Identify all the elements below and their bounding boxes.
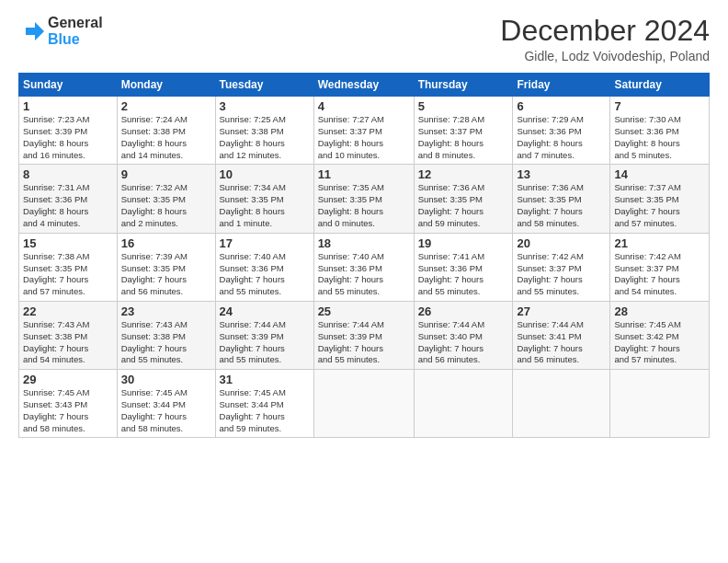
- day-info: Sunrise: 7:34 AM Sunset: 3:35 PM Dayligh…: [220, 182, 310, 229]
- day-info: Sunrise: 7:24 AM Sunset: 3:38 PM Dayligh…: [121, 114, 211, 161]
- calendar-cell: 4Sunrise: 7:27 AM Sunset: 3:37 PM Daylig…: [313, 97, 414, 165]
- calendar-cell: 22Sunrise: 7:43 AM Sunset: 3:38 PM Dayli…: [19, 301, 118, 369]
- day-info: Sunrise: 7:36 AM Sunset: 3:35 PM Dayligh…: [418, 182, 509, 229]
- day-info: Sunrise: 7:45 AM Sunset: 3:43 PM Dayligh…: [23, 387, 113, 434]
- day-info: Sunrise: 7:43 AM Sunset: 3:38 PM Dayligh…: [23, 319, 113, 366]
- calendar-cell: 15Sunrise: 7:38 AM Sunset: 3:35 PM Dayli…: [19, 233, 118, 301]
- day-number: 31: [220, 373, 310, 386]
- calendar-table: SundayMondayTuesdayWednesdayThursdayFrid…: [18, 73, 710, 438]
- day-number: 22: [23, 304, 113, 318]
- calendar-cell: 30Sunrise: 7:45 AM Sunset: 3:44 PM Dayli…: [117, 370, 215, 438]
- title-block: December 2024 Gidle, Lodz Voivodeship, P…: [500, 15, 710, 63]
- day-info: Sunrise: 7:28 AM Sunset: 3:37 PM Dayligh…: [418, 114, 509, 161]
- calendar-cell: [414, 370, 513, 438]
- day-info: Sunrise: 7:30 AM Sunset: 3:36 PM Dayligh…: [614, 114, 705, 161]
- calendar-cell: 3Sunrise: 7:25 AM Sunset: 3:38 PM Daylig…: [215, 97, 313, 165]
- header: General Blue December 2024 Gidle, Lodz V…: [18, 15, 710, 63]
- calendar-cell: [513, 370, 610, 438]
- calendar-cell: 14Sunrise: 7:37 AM Sunset: 3:35 PM Dayli…: [610, 165, 710, 233]
- day-number: 29: [23, 373, 113, 386]
- day-number: 1: [23, 99, 113, 113]
- calendar-week-4: 22Sunrise: 7:43 AM Sunset: 3:38 PM Dayli…: [19, 301, 710, 369]
- day-number: 12: [418, 167, 509, 181]
- day-number: 10: [220, 167, 310, 181]
- svg-marker-1: [26, 22, 44, 40]
- calendar-cell: 29Sunrise: 7:45 AM Sunset: 3:43 PM Dayli…: [19, 370, 118, 438]
- day-info: Sunrise: 7:31 AM Sunset: 3:36 PM Dayligh…: [23, 182, 113, 229]
- day-info: Sunrise: 7:43 AM Sunset: 3:38 PM Dayligh…: [121, 319, 211, 366]
- calendar-cell: 18Sunrise: 7:40 AM Sunset: 3:36 PM Dayli…: [313, 233, 414, 301]
- calendar-cell: 12Sunrise: 7:36 AM Sunset: 3:35 PM Dayli…: [414, 165, 513, 233]
- day-number: 30: [121, 373, 211, 386]
- calendar-header-row: SundayMondayTuesdayWednesdayThursdayFrid…: [19, 74, 710, 97]
- calendar-cell: 25Sunrise: 7:44 AM Sunset: 3:39 PM Dayli…: [313, 301, 414, 369]
- day-number: 21: [614, 236, 705, 250]
- calendar-week-3: 15Sunrise: 7:38 AM Sunset: 3:35 PM Dayli…: [19, 233, 710, 301]
- day-number: 28: [614, 304, 705, 318]
- day-number: 5: [418, 99, 509, 113]
- calendar-cell: 23Sunrise: 7:43 AM Sunset: 3:38 PM Dayli…: [117, 301, 215, 369]
- day-number: 27: [517, 304, 606, 318]
- calendar-cell: 11Sunrise: 7:35 AM Sunset: 3:35 PM Dayli…: [313, 165, 414, 233]
- day-number: 17: [220, 236, 310, 250]
- main-title: December 2024: [500, 15, 710, 47]
- day-number: 3: [220, 99, 310, 113]
- day-number: 2: [121, 99, 211, 113]
- logo-icon: [18, 18, 44, 44]
- calendar-cell: 9Sunrise: 7:32 AM Sunset: 3:35 PM Daylig…: [117, 165, 215, 233]
- calendar-header-saturday: Saturday: [610, 74, 710, 97]
- day-number: 20: [517, 236, 606, 250]
- calendar-cell: 6Sunrise: 7:29 AM Sunset: 3:36 PM Daylig…: [513, 97, 610, 165]
- calendar-cell: 2Sunrise: 7:24 AM Sunset: 3:38 PM Daylig…: [117, 97, 215, 165]
- day-number: 25: [318, 304, 410, 318]
- day-info: Sunrise: 7:38 AM Sunset: 3:35 PM Dayligh…: [23, 251, 113, 298]
- day-info: Sunrise: 7:32 AM Sunset: 3:35 PM Dayligh…: [121, 182, 211, 229]
- day-info: Sunrise: 7:40 AM Sunset: 3:36 PM Dayligh…: [220, 251, 310, 298]
- day-number: 18: [318, 236, 410, 250]
- day-info: Sunrise: 7:45 AM Sunset: 3:44 PM Dayligh…: [220, 387, 310, 434]
- day-number: 13: [517, 167, 606, 181]
- day-info: Sunrise: 7:36 AM Sunset: 3:35 PM Dayligh…: [517, 182, 606, 229]
- calendar-cell: 13Sunrise: 7:36 AM Sunset: 3:35 PM Dayli…: [513, 165, 610, 233]
- calendar-header-tuesday: Tuesday: [215, 74, 313, 97]
- day-info: Sunrise: 7:23 AM Sunset: 3:39 PM Dayligh…: [23, 114, 113, 161]
- calendar-cell: 28Sunrise: 7:45 AM Sunset: 3:42 PM Dayli…: [610, 301, 710, 369]
- calendar-cell: [610, 370, 710, 438]
- day-number: 16: [121, 236, 211, 250]
- day-info: Sunrise: 7:44 AM Sunset: 3:39 PM Dayligh…: [220, 319, 310, 366]
- calendar-cell: 1Sunrise: 7:23 AM Sunset: 3:39 PM Daylig…: [19, 97, 118, 165]
- calendar-header-sunday: Sunday: [19, 74, 118, 97]
- calendar-cell: 8Sunrise: 7:31 AM Sunset: 3:36 PM Daylig…: [19, 165, 118, 233]
- calendar-cell: 5Sunrise: 7:28 AM Sunset: 3:37 PM Daylig…: [414, 97, 513, 165]
- day-number: 8: [23, 167, 113, 181]
- calendar-week-1: 1Sunrise: 7:23 AM Sunset: 3:39 PM Daylig…: [19, 97, 710, 165]
- day-info: Sunrise: 7:35 AM Sunset: 3:35 PM Dayligh…: [318, 182, 410, 229]
- calendar-cell: 17Sunrise: 7:40 AM Sunset: 3:36 PM Dayli…: [215, 233, 313, 301]
- day-info: Sunrise: 7:44 AM Sunset: 3:40 PM Dayligh…: [418, 319, 509, 366]
- calendar-cell: 20Sunrise: 7:42 AM Sunset: 3:37 PM Dayli…: [513, 233, 610, 301]
- calendar-cell: 21Sunrise: 7:42 AM Sunset: 3:37 PM Dayli…: [610, 233, 710, 301]
- calendar-cell: 27Sunrise: 7:44 AM Sunset: 3:41 PM Dayli…: [513, 301, 610, 369]
- day-number: 24: [220, 304, 310, 318]
- calendar-cell: 31Sunrise: 7:45 AM Sunset: 3:44 PM Dayli…: [215, 370, 313, 438]
- day-number: 26: [418, 304, 509, 318]
- day-info: Sunrise: 7:44 AM Sunset: 3:41 PM Dayligh…: [517, 319, 606, 366]
- calendar-header-monday: Monday: [117, 74, 215, 97]
- day-info: Sunrise: 7:45 AM Sunset: 3:44 PM Dayligh…: [121, 387, 211, 434]
- page: General Blue December 2024 Gidle, Lodz V…: [0, 0, 728, 563]
- day-info: Sunrise: 7:27 AM Sunset: 3:37 PM Dayligh…: [318, 114, 410, 161]
- day-info: Sunrise: 7:39 AM Sunset: 3:35 PM Dayligh…: [121, 251, 211, 298]
- calendar-week-5: 29Sunrise: 7:45 AM Sunset: 3:43 PM Dayli…: [19, 370, 710, 438]
- day-number: 23: [121, 304, 211, 318]
- calendar-cell: [313, 370, 414, 438]
- calendar-cell: 26Sunrise: 7:44 AM Sunset: 3:40 PM Dayli…: [414, 301, 513, 369]
- day-number: 14: [614, 167, 705, 181]
- day-number: 9: [121, 167, 211, 181]
- day-number: 4: [318, 99, 410, 113]
- calendar-cell: 7Sunrise: 7:30 AM Sunset: 3:36 PM Daylig…: [610, 97, 710, 165]
- day-info: Sunrise: 7:40 AM Sunset: 3:36 PM Dayligh…: [318, 251, 410, 298]
- calendar-header-thursday: Thursday: [414, 74, 513, 97]
- day-number: 19: [418, 236, 509, 250]
- calendar-cell: 16Sunrise: 7:39 AM Sunset: 3:35 PM Dayli…: [117, 233, 215, 301]
- logo-text: General Blue: [48, 15, 103, 47]
